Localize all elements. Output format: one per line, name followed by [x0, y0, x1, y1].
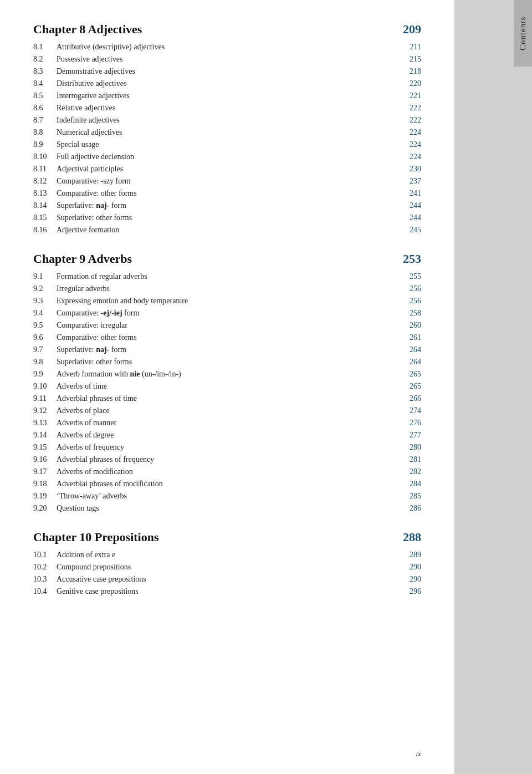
toc-section-page: 266 — [399, 394, 421, 403]
sidebar-tab: Contents — [454, 0, 532, 774]
toc-section-page: 264 — [399, 358, 421, 366]
toc-row: 8.16Adjective formation245 — [33, 224, 421, 236]
toc-section-label: Comparative: -ej/-iej form — [57, 309, 399, 318]
toc-section-page: 224 — [399, 152, 421, 161]
toc-row: 9.9Adverb formation with nie (un-/im-/in… — [33, 368, 421, 380]
chapter-heading-chapter10: Chapter 10 Prepositions288 — [33, 530, 421, 544]
toc-section-label: Full adjective declension — [57, 152, 399, 161]
toc-row: 9.11Adverbial phrases of time266 — [33, 393, 421, 405]
toc-section-number: 8.4 — [33, 79, 57, 88]
toc-section-label: Superlative: other forms — [57, 358, 399, 366]
toc-section-label: Adverbial phrases of frequency — [57, 455, 399, 464]
toc-section-number: 9.14 — [33, 431, 57, 440]
toc-section-number: 8.14 — [33, 201, 57, 210]
toc-section-label: Attributive (descriptive) adjectives — [57, 43, 399, 52]
toc-section-label: Adverbs of place — [57, 406, 399, 415]
toc-section-page: 261 — [399, 333, 421, 342]
toc-section-number: 8.10 — [33, 152, 57, 161]
toc-row: 10.1Addition of extra e289 — [33, 549, 421, 561]
toc-section-number: 9.9 — [33, 370, 57, 379]
toc-section-page: 241 — [399, 189, 421, 198]
toc-row: 9.17Adverbs of modification282 — [33, 466, 421, 478]
toc-section-number: 9.10 — [33, 382, 57, 391]
toc-section-label: Addition of extra e — [57, 551, 399, 559]
toc-section-label: Comparative: -szy form — [57, 177, 399, 186]
toc-container: Chapter 8 Adjectives2098.1Attributive (d… — [33, 22, 421, 598]
chapter-page-chapter8: 209 — [393, 22, 421, 37]
toc-section-page: 224 — [399, 140, 421, 149]
toc-row: 9.7Superlative: naj- form264 — [33, 344, 421, 356]
toc-section-page: 281 — [399, 455, 421, 464]
toc-row: 9.6Comparative: other forms261 — [33, 332, 421, 344]
toc-section-page: 245 — [399, 226, 421, 235]
toc-section-page: 290 — [399, 575, 421, 584]
toc-section-number: 9.5 — [33, 321, 57, 330]
toc-section-number: 9.20 — [33, 504, 57, 513]
toc-section-page: 286 — [399, 504, 421, 513]
page-content: Chapter 8 Adjectives2098.1Attributive (d… — [0, 0, 454, 774]
toc-row: 9.10Adverbs of time265 — [33, 380, 421, 393]
toc-section-label: Adverbial phrases of modification — [57, 480, 399, 488]
toc-section-label: Expressing emotion and body temperature — [57, 297, 399, 305]
toc-section-page: 296 — [399, 587, 421, 596]
toc-section-page: 282 — [399, 467, 421, 476]
toc-section-label: Superlative: naj- form — [57, 201, 399, 210]
toc-section-page: 211 — [399, 43, 421, 52]
toc-section-page: 218 — [399, 67, 421, 76]
toc-section-number: 10.3 — [33, 575, 57, 584]
toc-row: 9.2Irregular adverbs256 — [33, 283, 421, 295]
toc-row: 10.2Compound prepositions290 — [33, 561, 421, 573]
toc-section-number: 8.3 — [33, 67, 57, 76]
toc-section-number: 10.4 — [33, 587, 57, 596]
toc-section-page: 265 — [399, 382, 421, 391]
toc-section-number: 8.1 — [33, 43, 57, 52]
toc-row: 8.7Indefinite adjectives222 — [33, 114, 421, 126]
toc-section-label: Irregular adverbs — [57, 284, 399, 293]
toc-section-label: Adverbs of degree — [57, 431, 399, 440]
contents-label: Contents — [514, 0, 532, 67]
toc-row: 9.16Adverbial phrases of frequency281 — [33, 454, 421, 466]
toc-row: 9.5Comparative: irregular260 — [33, 319, 421, 332]
chapter-page-chapter10: 288 — [393, 530, 421, 544]
toc-section-number: 8.9 — [33, 140, 57, 149]
toc-section-page: 258 — [399, 309, 421, 318]
toc-section-number: 9.13 — [33, 419, 57, 427]
toc-section-label: Question tags — [57, 504, 399, 513]
toc-section-label: Indefinite adjectives — [57, 116, 399, 125]
toc-section-number: 9.17 — [33, 467, 57, 476]
toc-section-page: 260 — [399, 321, 421, 330]
toc-section-label: Possessive adjectives — [57, 55, 399, 64]
toc-section-label: Formation of regular adverbs — [57, 272, 399, 281]
toc-section-label: Relative adjectives — [57, 104, 399, 113]
toc-section-page: 265 — [399, 370, 421, 379]
toc-section-label: Demonstrative adjectives — [57, 67, 399, 76]
toc-section-number: 9.6 — [33, 333, 57, 342]
toc-section-number: 9.3 — [33, 297, 57, 305]
toc-section-number: 9.7 — [33, 345, 57, 354]
toc-section-label: Numerical adjectives — [57, 128, 399, 137]
toc-section-number: 8.5 — [33, 91, 57, 100]
toc-section-number: 9.19 — [33, 492, 57, 501]
toc-row: 8.9Special usage224 — [33, 139, 421, 151]
toc-section-label: Compound prepositions — [57, 563, 399, 572]
toc-section-label: Adverbs of time — [57, 382, 399, 391]
chapter-page-chapter9: 253 — [393, 252, 421, 266]
chapter-heading-chapter9: Chapter 9 Adverbs253 — [33, 252, 421, 266]
toc-section-page: 215 — [399, 55, 421, 64]
toc-row: 8.4Distributive adjectives220 — [33, 78, 421, 90]
toc-section-label: Genitive case prepositions — [57, 587, 399, 596]
toc-section-number: 9.15 — [33, 443, 57, 452]
toc-section-number: 8.11 — [33, 165, 57, 174]
toc-section-number: 10.2 — [33, 563, 57, 572]
chapter-block-chapter8: Chapter 8 Adjectives2098.1Attributive (d… — [33, 22, 421, 236]
toc-section-page: 220 — [399, 79, 421, 88]
toc-section-label: Comparative: other forms — [57, 333, 399, 342]
toc-row: 9.12Adverbs of place274 — [33, 405, 421, 417]
toc-section-page: 274 — [399, 406, 421, 415]
toc-row: 9.4Comparative: -ej/-iej form258 — [33, 307, 421, 319]
toc-section-label: Distributive adjectives — [57, 79, 399, 88]
chapter-block-chapter9: Chapter 9 Adverbs2539.1Formation of regu… — [33, 252, 421, 515]
page-number-bottom: ix — [416, 750, 421, 758]
page-wrapper: Chapter 8 Adjectives2098.1Attributive (d… — [0, 0, 532, 774]
toc-section-page: 222 — [399, 116, 421, 125]
